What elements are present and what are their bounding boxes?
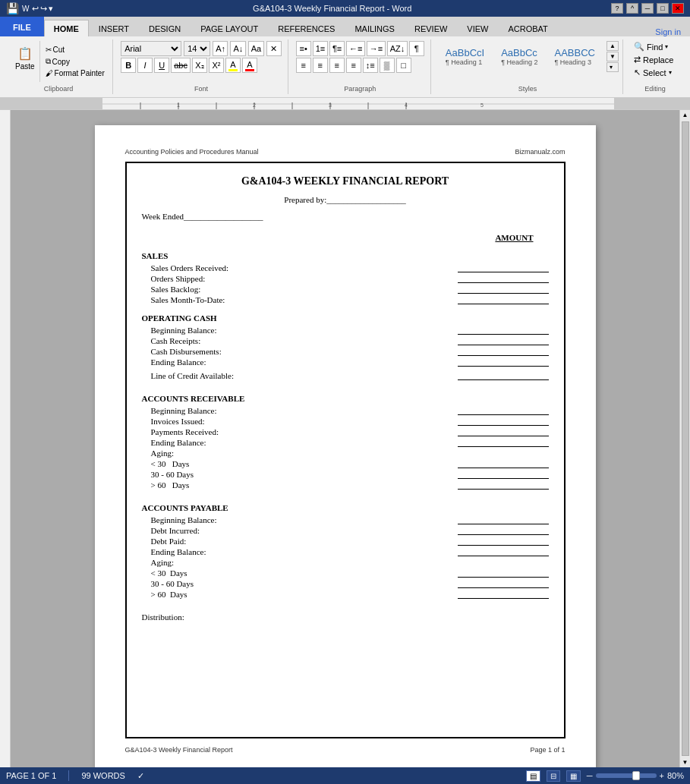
clipboard-label: Clipboard xyxy=(5,85,112,93)
ar-row-2: Invoices Issued: xyxy=(142,417,549,426)
vertical-scrollbar[interactable]: ▲ ▼ xyxy=(679,110,690,767)
multilevel-button[interactable]: ¶≡ xyxy=(329,41,345,56)
paste-button[interactable]: 📋 Paste xyxy=(11,41,40,82)
style-heading3[interactable]: AABBCC ¶ Heading 3 xyxy=(548,43,602,70)
view-read-btn[interactable]: ▦ xyxy=(566,770,581,782)
font-shrink-button[interactable]: A↓ xyxy=(230,41,245,56)
change-case-button[interactable]: Aa xyxy=(248,41,264,56)
copy-button[interactable]: ⧉ Copy xyxy=(43,56,108,67)
tab-review[interactable]: REVIEW xyxy=(405,20,457,36)
font-name-select[interactable]: Arial xyxy=(121,41,181,56)
find-button[interactable]: 🔍 Find ▾ xyxy=(631,41,679,52)
restore-btn[interactable]: □ xyxy=(657,3,669,14)
para-row2: ≡ ≡ ≡ ≡ ↕≡ ▒ □ xyxy=(296,58,424,73)
ruler-margin-right xyxy=(614,98,690,109)
align-right-button[interactable]: ≡ xyxy=(329,58,345,73)
redo-btn[interactable]: ↪ xyxy=(40,4,47,14)
main-area: Accounting Policies and Procedures Manua… xyxy=(0,110,690,767)
decrease-indent-button[interactable]: ←≡ xyxy=(346,41,365,56)
bold-button[interactable]: B xyxy=(121,58,136,73)
format-painter-icon: 🖌 xyxy=(46,69,53,77)
proofing-icon[interactable]: ✓ xyxy=(137,771,144,781)
clipboard-small-buttons: ✂ Cut ⧉ Copy 🖌 Format Painter xyxy=(43,41,108,82)
editing-label: Editing xyxy=(625,85,685,93)
ar-aging-30: < 30 Days xyxy=(142,459,549,468)
format-painter-button[interactable]: 🖌 Format Painter xyxy=(43,68,108,78)
signin-link[interactable]: Sign in xyxy=(655,27,690,36)
header-left: Accounting Policies and Procedures Manua… xyxy=(125,148,259,156)
tab-design[interactable]: DESIGN xyxy=(139,20,191,36)
highlight-color-button[interactable]: A xyxy=(225,58,241,73)
ap-aging-label: Aging: xyxy=(142,558,549,567)
tab-mailings[interactable]: MAILINGS xyxy=(345,20,405,36)
minimize-btn[interactable]: ─ xyxy=(641,3,654,14)
ap-row-4: Ending Balance: xyxy=(142,547,549,556)
line-spacing-button[interactable]: ↕≡ xyxy=(363,58,378,73)
numbering-button[interactable]: 1≡ xyxy=(313,41,328,56)
align-left-button[interactable]: ≡ xyxy=(296,58,311,73)
clear-format-button[interactable]: ✕ xyxy=(266,41,282,56)
close-btn[interactable]: ✕ xyxy=(672,3,684,14)
zoom-in-btn[interactable]: + xyxy=(660,771,664,780)
zoom-level: 80% xyxy=(667,771,684,780)
superscript-button[interactable]: X² xyxy=(209,58,224,73)
strikethrough-button[interactable]: abc xyxy=(171,58,191,73)
select-button[interactable]: ↖ Select ▾ xyxy=(631,67,679,78)
opcash-row-4: Ending Balance: xyxy=(142,357,549,367)
tab-references[interactable]: REFERENCES xyxy=(268,20,345,36)
shading-button[interactable]: ▒ xyxy=(380,58,395,73)
zoom-slider[interactable] xyxy=(596,773,657,778)
undo-btn[interactable]: ↩ xyxy=(32,4,39,14)
scroll-down-btn[interactable]: ▼ xyxy=(681,757,690,767)
style-heading1[interactable]: AaBbCcI ¶ Heading 1 xyxy=(439,43,491,70)
italic-button[interactable]: I xyxy=(137,58,153,73)
font-size-select[interactable]: 14 xyxy=(184,41,210,56)
style-scroll-up[interactable]: ▲ xyxy=(607,41,619,51)
svg-text:4: 4 xyxy=(405,102,408,108)
tab-acrobat[interactable]: ACROBAT xyxy=(498,20,557,36)
ar-row-1: Beginning Balance: xyxy=(142,406,549,415)
paragraph-label: Paragraph xyxy=(290,85,430,93)
help-btn[interactable]: ? xyxy=(611,3,623,14)
sort-button[interactable]: AZ↓ xyxy=(387,41,408,56)
ribbon-content: 📋 Paste ✂ Cut ⧉ Copy 🖌 xyxy=(0,36,690,97)
font-color-button[interactable]: A xyxy=(242,58,257,73)
subscript-button[interactable]: X₂ xyxy=(192,58,207,73)
view-print-btn[interactable]: ▤ xyxy=(526,770,540,782)
zoom-control: ─ + 80% xyxy=(587,771,684,780)
replace-icon: ⇄ xyxy=(634,55,641,65)
document-canvas[interactable]: Accounting Policies and Procedures Manua… xyxy=(11,110,679,767)
increase-indent-button[interactable]: →≡ xyxy=(367,41,386,56)
style-heading2[interactable]: AaBbCc ¶ Heading 2 xyxy=(494,43,544,70)
scroll-up-btn[interactable]: ▲ xyxy=(681,110,690,120)
style-scroll-buttons: ▲ ▼ ▾ xyxy=(607,41,619,72)
align-center-button[interactable]: ≡ xyxy=(313,58,328,73)
view-web-btn[interactable]: ⊟ xyxy=(547,770,560,782)
tab-file[interactable]: FILE xyxy=(0,17,44,36)
cut-button[interactable]: ✂ Cut xyxy=(43,45,108,55)
show-formatting-button[interactable]: ¶ xyxy=(409,41,424,56)
style-more[interactable]: ▾ xyxy=(607,62,619,72)
tab-home[interactable]: HOME xyxy=(44,20,89,36)
font-grow-button[interactable]: A↑ xyxy=(213,41,228,56)
ap-row-3: Debt Paid: xyxy=(142,537,549,546)
scroll-thumb[interactable] xyxy=(682,121,689,756)
tab-view[interactable]: VIEW xyxy=(457,20,498,36)
page-info: PAGE 1 OF 1 xyxy=(6,771,56,780)
style-scroll-down[interactable]: ▼ xyxy=(607,52,619,61)
bullets-button[interactable]: ≡• xyxy=(296,41,311,56)
replace-button[interactable]: ⇄ Replace xyxy=(631,54,679,65)
svg-text:2: 2 xyxy=(253,102,256,108)
tab-insert[interactable]: INSERT xyxy=(89,20,139,36)
borders-button[interactable]: □ xyxy=(396,58,411,73)
tab-page-layout[interactable]: PAGE LAYOUT xyxy=(191,20,268,36)
select-dropdown-arrow: ▾ xyxy=(669,69,672,76)
underline-button[interactable]: U xyxy=(154,58,169,73)
sales-row-2: Orders Shipped: xyxy=(142,274,549,283)
zoom-out-btn[interactable]: ─ xyxy=(587,771,593,780)
window-controls: ? ^ ─ □ ✕ xyxy=(611,3,684,14)
para-group-content: ≡• 1≡ ¶≡ ←≡ →≡ AZ↓ ¶ ≡ ≡ ≡ ≡ ↕≡ ▒ xyxy=(296,41,424,83)
ribbon-collapse-btn[interactable]: ^ xyxy=(626,3,638,14)
justify-button[interactable]: ≡ xyxy=(346,58,361,73)
editing-content: 🔍 Find ▾ ⇄ Replace ↖ Select ▾ xyxy=(631,41,679,89)
